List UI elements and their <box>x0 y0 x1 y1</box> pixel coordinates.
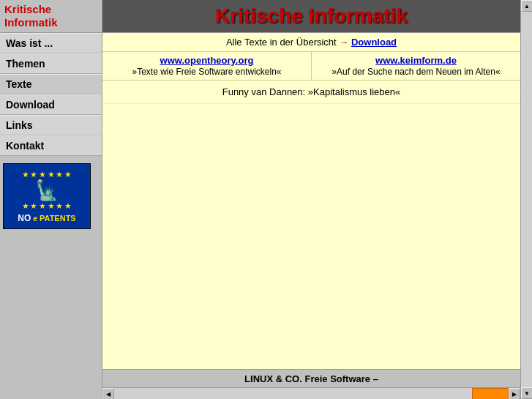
bottom-bar-text: LINUX & CO. Freie Software – <box>244 373 378 384</box>
vscroll-track[interactable] <box>521 12 532 387</box>
sidebar-item-links[interactable]: Links <box>0 115 102 135</box>
opentheory-link[interactable]: www.opentheory.org <box>160 55 254 66</box>
external-links-row: www.opentheory.org »Texte wie Freie Soft… <box>102 52 520 81</box>
sidebar-item-download[interactable]: Download <box>0 94 102 115</box>
no-epatents-banner: ★ ★ ★ ★ ★ ★ 🗽 ★ ★ ★ ★ ★ ★ NO <box>3 163 91 229</box>
bottom-bar: LINUX & CO. Freie Software – <box>102 369 520 387</box>
main-header: Kritische Informatik <box>102 0 520 33</box>
sidebar-navigation: Was ist ... Themen Texte Download Links … <box>0 33 102 156</box>
hscroll-right-button[interactable]: ▶ <box>509 388 520 399</box>
vertical-scrollbar: ▲ ▼ <box>520 0 532 399</box>
sidebar: Kritische Informatik Was ist ... Themen … <box>0 0 102 399</box>
hscroll-left-button[interactable]: ◀ <box>102 388 114 399</box>
sidebar-item-texte[interactable]: Texte <box>0 74 102 94</box>
horizontal-scrollbar: ◀ ▶ <box>102 387 520 399</box>
sidebar-item-kontakt[interactable]: Kontakt <box>0 135 102 156</box>
opentheory-subtitle: »Texte wie Freie Software entwickeln« <box>108 67 305 77</box>
link-cell-keimform: www.keimform.de »Auf der Suche nach dem … <box>312 52 520 80</box>
page-title: Kritische Informatik <box>102 0 520 32</box>
keimform-link[interactable]: www.keimform.de <box>375 55 457 66</box>
sidebar-item-was-ist[interactable]: Was ist ... <box>0 33 102 53</box>
sidebar-logo-link[interactable]: Kritische Informatik <box>4 3 97 29</box>
statue-icon: 🗽 <box>35 181 59 200</box>
link-cell-opentheory: www.opentheory.org »Texte wie Freie Soft… <box>102 52 312 80</box>
sidebar-banner: ★ ★ ★ ★ ★ ★ 🗽 ★ ★ ★ ★ ★ ★ NO <box>0 160 102 232</box>
content-area: Alle Texte in der Übersicht → Download w… <box>102 33 520 369</box>
hscroll-thumb[interactable] <box>472 388 509 399</box>
download-overview-link[interactable]: Download <box>351 37 397 48</box>
overview-bar: Alle Texte in der Übersicht → Download <box>102 33 520 52</box>
main-content: Kritische Informatik Alle Texte in der Ü… <box>102 0 520 399</box>
vscroll-down-button[interactable]: ▼ <box>521 387 532 399</box>
article-entry-0: Funny van Dannen: »Kapitalismus lieben« <box>102 81 520 104</box>
vscroll-up-button[interactable]: ▲ <box>521 0 532 12</box>
overview-arrow: → <box>339 37 348 48</box>
sidebar-item-themen[interactable]: Themen <box>0 53 102 74</box>
sidebar-logo: Kritische Informatik <box>0 0 102 33</box>
keimform-subtitle: »Auf der Suche nach dem Neuen im Alten« <box>318 67 514 77</box>
hscroll-track[interactable] <box>114 388 472 399</box>
overview-prefix: Alle Texte in der Übersicht <box>226 37 337 48</box>
banner-text: NO e PATENTS <box>18 213 75 223</box>
article-text-0: Funny van Dannen: »Kapitalismus lieben« <box>222 86 401 97</box>
